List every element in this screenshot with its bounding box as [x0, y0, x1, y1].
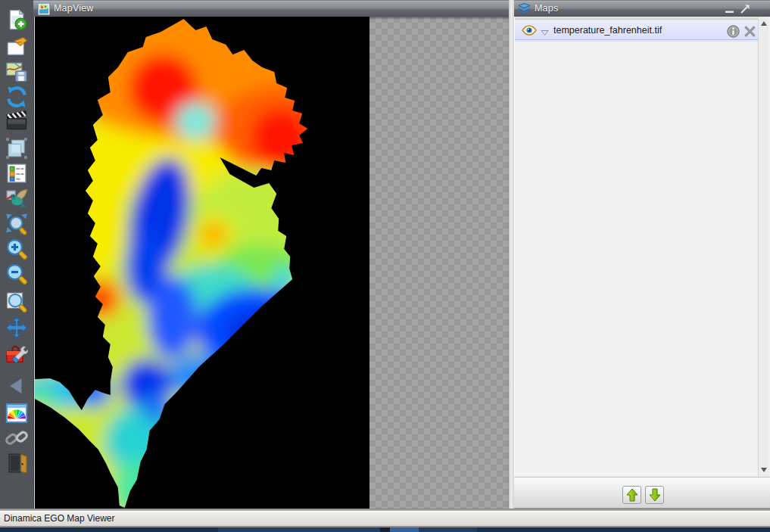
vertical-scrollbar[interactable]: [758, 17, 768, 477]
layer-row[interactable]: temperature_fahrenheit.tif: [515, 20, 758, 40]
map-canvas[interactable]: [35, 17, 369, 509]
move-layer-up-button[interactable]: [622, 486, 641, 504]
zoom-out-button[interactable]: [3, 261, 30, 287]
selection-layers-icon: [5, 137, 28, 160]
hummingbird-icon: [5, 187, 29, 210]
app-window: MapView: [0, 0, 770, 532]
zoom-out-icon: [5, 263, 28, 285]
up-arrow-icon: [626, 488, 638, 502]
remove-layer-button[interactable]: [744, 26, 756, 38]
refresh-button[interactable]: [3, 84, 30, 110]
float-arrow-icon: [740, 3, 751, 14]
info-icon: [727, 25, 740, 38]
open-map-icon: [5, 35, 28, 58]
layer-info-button[interactable]: [727, 25, 740, 38]
back-arrow-icon: [6, 375, 27, 397]
back-button[interactable]: [3, 373, 30, 399]
taskbar-segment: [419, 527, 477, 532]
color-palette-icon: [5, 402, 28, 425]
new-map-button[interactable]: [3, 7, 30, 33]
refresh-icon: [5, 86, 28, 108]
scroll-up-icon[interactable]: [761, 21, 767, 26]
tools-button[interactable]: [3, 342, 30, 368]
status-text: Dinamica EGO Map Viewer: [4, 512, 115, 526]
layers-icon: [518, 3, 531, 15]
down-arrow-icon: [649, 488, 661, 502]
maps-footer: [514, 477, 770, 508]
chevron-down-icon: [541, 30, 549, 36]
animation-button[interactable]: [3, 108, 30, 134]
save-map-icon: [5, 61, 28, 83]
select-region-button[interactable]: [3, 135, 30, 161]
temperature-raster: [35, 17, 369, 509]
legend-icon: [5, 162, 28, 185]
panel-splitter[interactable]: [509, 0, 514, 509]
legend-button[interactable]: [3, 160, 30, 186]
row-divider: [515, 41, 758, 42]
pan-button[interactable]: [3, 315, 30, 341]
link-button[interactable]: [3, 425, 30, 451]
exit-button[interactable]: [3, 450, 30, 476]
expand-layer-button[interactable]: [540, 27, 550, 35]
zoom-fit-button[interactable]: [3, 211, 30, 237]
hummingbird-button[interactable]: [3, 185, 30, 211]
status-bar: Dinamica EGO Map Viewer: [0, 511, 770, 526]
palette-button[interactable]: [3, 400, 30, 426]
clapperboard-icon: [5, 110, 28, 132]
zoom-in-button[interactable]: [3, 236, 30, 262]
zoom-in-icon: [5, 238, 28, 260]
toolbar: [0, 0, 34, 511]
close-icon: [744, 26, 756, 37]
new-map-icon: [5, 8, 28, 31]
zoom-fit-icon: [5, 213, 28, 235]
minimize-icon: [725, 5, 735, 14]
minimize-button[interactable]: [724, 5, 736, 15]
maps-title: Maps: [535, 3, 558, 14]
toolbox-icon: [5, 344, 28, 366]
layers-list: [514, 17, 770, 477]
zoom-selection-icon: [5, 291, 28, 313]
save-map-button[interactable]: [3, 59, 30, 85]
zoom-selection-button[interactable]: [3, 289, 30, 315]
maps-titlebar[interactable]: Maps: [514, 0, 770, 17]
taskbar-segment: [390, 527, 419, 532]
taskbar-segment: [218, 527, 380, 532]
pan-icon: [5, 316, 28, 339]
visibility-toggle[interactable]: [521, 25, 537, 36]
eye-icon: [522, 25, 537, 36]
exit-door-icon: [5, 452, 28, 474]
open-map-button[interactable]: [3, 33, 30, 59]
transparent-region: [369, 17, 509, 509]
mapview-titlebar[interactable]: MapView: [33, 0, 510, 17]
move-layer-down-button[interactable]: [645, 486, 664, 504]
scroll-down-icon[interactable]: [761, 468, 767, 472]
link-icon: [5, 427, 28, 450]
taskbar-segment: [380, 527, 390, 532]
float-button[interactable]: [739, 3, 751, 15]
mapview-icon: [38, 3, 50, 15]
taskbar-strip: [0, 527, 770, 532]
layer-name: temperature_fahrenheit.tif: [553, 21, 662, 40]
mapview-title: MapView: [54, 3, 94, 14]
